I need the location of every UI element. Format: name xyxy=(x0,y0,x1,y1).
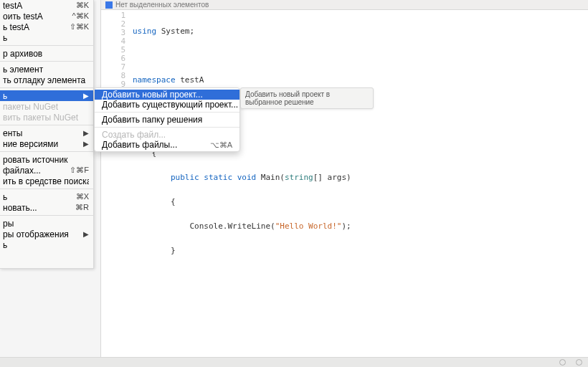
shortcut-label: ⇧⌘F xyxy=(70,166,89,175)
menu-item[interactable]: ры отображения ▶ xyxy=(0,229,93,239)
menu-item[interactable]: новать... ⌘R xyxy=(0,202,93,213)
menu-item[interactable]: ь xyxy=(0,239,93,250)
menu-item[interactable]: файлах... ⇧⌘F xyxy=(0,165,93,176)
shortcut-label: ⌘K xyxy=(76,1,89,10)
chevron-right-icon: ▶ xyxy=(83,92,89,100)
menu-item[interactable]: ь ⌘X xyxy=(0,191,93,202)
menu-separator xyxy=(0,189,93,189)
status-icon xyxy=(576,359,582,366)
tooltip-text: Добавить новый проект в выбранное решени… xyxy=(245,90,330,106)
menu-item[interactable]: р архивов xyxy=(0,48,93,59)
menu-item[interactable]: ь элемент xyxy=(0,64,93,75)
menu-item-add[interactable]: ь ▶ xyxy=(0,90,93,101)
menu-item[interactable]: ры xyxy=(0,218,93,229)
menu-item[interactable]: ть отладку элемента xyxy=(0,75,93,85)
tooltip: Добавить новый проект в выбранное решени… xyxy=(240,87,374,109)
chevron-right-icon: ▶ xyxy=(83,230,89,238)
selection-icon xyxy=(105,1,113,9)
menu-separator xyxy=(0,215,93,216)
editor-area: Нет выделенных элементов 1 2 3 4 5 6 7 8… xyxy=(100,0,588,357)
menu-item: вить пакеты NuGet xyxy=(0,112,93,123)
shortcut-label: ⌘X xyxy=(76,192,89,201)
chevron-right-icon: ▶ xyxy=(83,129,89,137)
menu-item[interactable]: енты ▶ xyxy=(0,128,93,138)
editor-toolbar: Нет выделенных элементов xyxy=(101,0,588,10)
menu-item[interactable]: оить testA ^⌘K xyxy=(0,11,93,22)
menu-separator xyxy=(95,112,240,113)
submenu-item-create-file: Создать файл... xyxy=(95,130,240,140)
menu-item[interactable]: ь testA ⇧⌘K xyxy=(0,22,93,32)
menu-separator xyxy=(0,45,93,46)
menu-separator xyxy=(0,87,93,88)
submenu-item-add-files[interactable]: Добавить файлы... ⌥⌘A xyxy=(95,140,240,150)
menu-separator xyxy=(95,127,240,128)
menu-item[interactable]: ровать источник xyxy=(0,154,93,165)
submenu-item-new-project[interactable]: Добавить новый проект... xyxy=(95,90,240,100)
submenu-item-solution-folder[interactable]: Добавить папку решения xyxy=(95,115,240,125)
status-icon xyxy=(559,359,566,366)
submenu-add[interactable]: Добавить новый проект... Добавить сущест… xyxy=(94,87,240,152)
shortcut-label: ^⌘K xyxy=(72,11,90,21)
menu-item: пакеты NuGet xyxy=(0,101,93,112)
chevron-right-icon: ▶ xyxy=(83,140,89,148)
menu-item[interactable]: ить в средстве поиска xyxy=(0,176,93,186)
menu-separator xyxy=(0,61,93,62)
shortcut-label: ⌥⌘A xyxy=(210,140,232,150)
submenu-item-existing-project[interactable]: Добавить существующий проект... xyxy=(95,100,240,110)
selection-info-label: Нет выделенных элементов xyxy=(115,1,209,9)
status-bar xyxy=(0,357,588,367)
menu-separator xyxy=(0,125,93,125)
menu-item[interactable]: ь xyxy=(0,32,93,43)
shortcut-label: ⇧⌘K xyxy=(70,22,89,32)
menu-item[interactable]: testA ⌘K xyxy=(0,0,93,11)
menu-item[interactable]: ние версиями ▶ xyxy=(0,138,93,149)
shortcut-label: ⌘R xyxy=(75,203,89,212)
context-menu[interactable]: testA ⌘K оить testA ^⌘K ь testA ⇧⌘K ь р … xyxy=(0,0,94,269)
menu-separator xyxy=(0,151,93,152)
